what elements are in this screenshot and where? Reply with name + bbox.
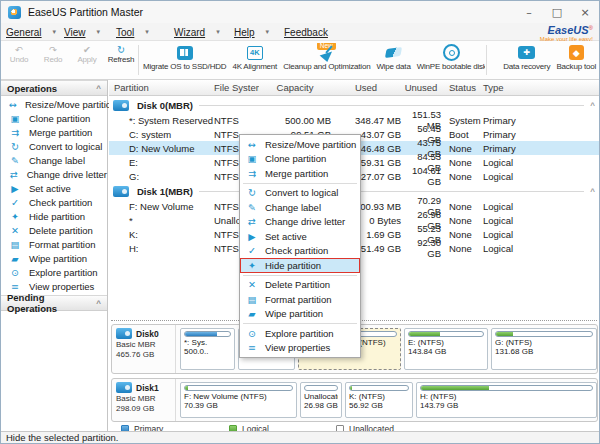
disk-icon bbox=[116, 382, 132, 393]
partition-block[interactable]: G: (NTFS) 131.68 GB bbox=[491, 328, 597, 370]
toolbar-button[interactable]: 4K Alignment bbox=[231, 43, 278, 71]
sidebar-operation-item[interactable]: ✦ Hide partition bbox=[1, 209, 107, 223]
toolbar-button-label: Undo bbox=[10, 55, 28, 64]
partition-block[interactable]: K: (NTFS) 56.92 GB bbox=[345, 382, 413, 418]
context-menu-item[interactable]: ▶ Set active bbox=[240, 229, 360, 244]
context-menu-item[interactable]: ⇄ Change drive letter bbox=[240, 215, 360, 230]
toolbar-divider bbox=[486, 45, 487, 75]
toolbar-button[interactable]: Data recovery bbox=[502, 43, 551, 71]
maximize-button[interactable]: □ bbox=[543, 2, 571, 22]
wipe-partition-icon: ▰ bbox=[246, 308, 258, 320]
menu-item[interactable]: General ▾ bbox=[6, 25, 56, 39]
context-menu-item-label: Format partition bbox=[265, 294, 332, 305]
refresh-icon: ↻ bbox=[115, 43, 127, 55]
disk-group-row[interactable]: Disk 0(MBR) ^ bbox=[109, 97, 600, 113]
status-bar: Hide the selected partition. bbox=[1, 431, 599, 443]
table-row[interactable]: *: System Reserved NTFS 500.00 MB 348.47… bbox=[109, 113, 600, 127]
column-header-file-system[interactable]: File System bbox=[214, 82, 259, 93]
menu-item[interactable]: Tool ▾ bbox=[116, 25, 149, 39]
column-header-status[interactable]: Status bbox=[441, 82, 477, 93]
menu-item[interactable]: Wizard ▾ bbox=[174, 25, 220, 39]
operations-panel-header[interactable]: Operations ^ bbox=[1, 80, 107, 96]
sidebar-operation-item[interactable]: ⇄ Change drive letter bbox=[1, 167, 107, 181]
close-button[interactable]: × bbox=[571, 2, 599, 22]
partition-block[interactable]: E: (NTFS) 143.84 GB bbox=[404, 328, 488, 370]
toolbar-button-label: Refresh bbox=[108, 55, 135, 64]
sidebar-operation-item[interactable]: ✓ Check partition bbox=[1, 195, 107, 209]
disk-size: 298.09 GB bbox=[116, 404, 171, 413]
toolbar-button[interactable]: Backup tool bbox=[555, 43, 597, 71]
context-menu-item[interactable]: ↻ Convert to logical bbox=[240, 186, 360, 201]
context-menu-item-label: Convert to logical bbox=[265, 187, 338, 198]
context-menu-item[interactable]: ↔ Resize/Move partition bbox=[240, 137, 360, 152]
partition-block[interactable]: F: New Volume (NTFS) 70.39 GB bbox=[180, 382, 297, 418]
context-menu-item-label: Hide partition bbox=[265, 260, 321, 271]
disk-group-name: Disk 1(MBR) bbox=[137, 186, 193, 197]
sidebar-operation-item[interactable]: ⊙ Explore partition bbox=[1, 265, 107, 279]
collapse-icon: ^ bbox=[590, 187, 595, 196]
context-menu-item[interactable]: ▤ Format partition bbox=[240, 292, 360, 307]
sidebar-operation-item[interactable]: ▤ Format partition bbox=[1, 237, 107, 251]
toolbar-button[interactable]: ✔ Apply bbox=[71, 43, 103, 64]
context-menu-item[interactable]: ✦ Hide partition bbox=[240, 258, 360, 273]
app-logo-icon bbox=[8, 6, 21, 19]
context-menu-item-label: Merge partition bbox=[265, 168, 328, 179]
column-header-type[interactable]: Type bbox=[477, 82, 600, 93]
sidebar-operation-item[interactable]: ▶ Set active bbox=[1, 181, 107, 195]
sidebar-item-label: Convert to logical bbox=[29, 141, 102, 152]
sidebar-operation-item[interactable]: ↻ Convert to logical bbox=[1, 139, 107, 153]
toolbar-button[interactable]: ↻ Refresh bbox=[105, 43, 137, 64]
menu-item[interactable]: Feedback bbox=[284, 25, 328, 39]
partition-block[interactable]: Unallocated 26.98 GB bbox=[300, 382, 342, 418]
toolbar-button-label: Data recovery bbox=[503, 62, 550, 71]
toolbar-button[interactable]: ↷ Redo bbox=[37, 43, 69, 64]
pending-operations-header[interactable]: Pending Operations ^ bbox=[1, 295, 107, 311]
check-partition-icon: ✓ bbox=[246, 245, 258, 257]
sidebar-operation-item[interactable]: ⇉ Merge partition bbox=[1, 125, 107, 139]
menu-item-label: General bbox=[6, 27, 42, 38]
format-partition-icon: ▤ bbox=[246, 293, 258, 305]
sidebar-operation-item[interactable]: ▰ Wipe partition bbox=[1, 251, 107, 265]
menu-item[interactable]: View ▾ bbox=[64, 25, 100, 39]
toolbar-button[interactable]: Migrate OS to SSD/HDD bbox=[142, 43, 227, 71]
disk1-map: Disk1 Basic MBR 298.09 GB F: New Volume … bbox=[111, 378, 598, 422]
toolbar-button[interactable]: ↶ Undo bbox=[3, 43, 35, 64]
explore-partition-icon: ⊙ bbox=[9, 266, 21, 278]
context-menu-item[interactable]: ▣ Clone partition bbox=[240, 152, 360, 167]
context-menu-item-label: Delete Partition bbox=[265, 279, 330, 290]
context-menu-item[interactable]: ✓ Check partition bbox=[240, 244, 360, 259]
toolbar-button[interactable]: WinPE bootable disk bbox=[416, 43, 485, 71]
partition-block[interactable]: *: Sys. 500.0.. bbox=[180, 328, 235, 370]
menu-item[interactable]: Help ▾ bbox=[234, 25, 269, 39]
column-header-used[interactable]: Used bbox=[331, 82, 401, 93]
sidebar-operation-item[interactable]: ✕ Delete partition bbox=[1, 223, 107, 237]
partition-block[interactable]: H: (NTFS) 143.79 GB bbox=[416, 382, 597, 418]
chevron-down-icon: ▾ bbox=[216, 28, 220, 36]
context-menu-item[interactable]: ✎ Change label bbox=[240, 200, 360, 215]
status-text: Hide the selected partition. bbox=[6, 432, 118, 443]
context-menu-item[interactable]: ▰ Wipe partition bbox=[240, 307, 360, 322]
context-menu-item[interactable]: ⊙ Explore partition bbox=[240, 326, 360, 341]
context-menu-item[interactable]: ≡ View properties bbox=[240, 341, 360, 356]
toolbar-button[interactable]: Wipe data bbox=[375, 43, 411, 71]
collapse-icon: ^ bbox=[96, 84, 101, 93]
column-header-partition[interactable]: Partition bbox=[109, 82, 214, 93]
sidebar-operation-item[interactable]: ▣ Clone partition bbox=[1, 111, 107, 125]
resize-move-icon: ↔ bbox=[9, 98, 17, 110]
context-menu-item[interactable]: ⇉ Merge partition bbox=[240, 166, 360, 181]
toolbar-button-label: 4K Alignment bbox=[232, 62, 277, 71]
toolbar-button[interactable]: New Cleanup and Optimization bbox=[282, 43, 371, 71]
sidebar-operation-item[interactable]: ↔ Resize/Move partition bbox=[1, 97, 107, 111]
operations-list: ↔ Resize/Move partition ▣ Clone partitio… bbox=[1, 97, 107, 293]
menu-item-label: Help bbox=[234, 27, 255, 38]
data-recovery-icon bbox=[518, 43, 535, 62]
column-header-unused[interactable]: Unused bbox=[401, 82, 441, 93]
disk-type: Basic MBR bbox=[116, 340, 171, 349]
minimize-button[interactable]: – bbox=[515, 2, 543, 22]
column-header-capacity[interactable]: Capacity bbox=[259, 82, 331, 93]
resize-move-icon: ↔ bbox=[246, 138, 258, 150]
sidebar-item-label: Check partition bbox=[29, 197, 92, 208]
context-menu-item[interactable]: ✕ Delete Partition bbox=[240, 278, 360, 293]
sidebar-operation-item[interactable]: ✎ Change label bbox=[1, 153, 107, 167]
sidebar-operation-item[interactable]: ≡ View properties bbox=[1, 279, 107, 293]
